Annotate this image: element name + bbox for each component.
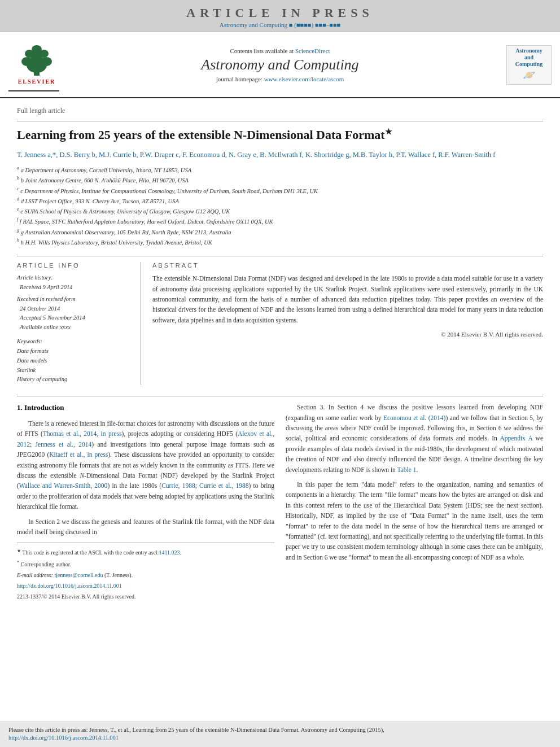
svg-point-2 bbox=[21, 57, 33, 66]
title-star: ★ bbox=[385, 128, 392, 136]
article-in-press-banner: ARTICLE IN PRESS Astronomy and Computing… bbox=[0, 0, 560, 32]
elsevier-label: ELSEVIER bbox=[18, 78, 56, 85]
section1-heading: 1. Introduction bbox=[17, 402, 274, 414]
text-reference: text bbox=[329, 533, 338, 540]
title-top-divider bbox=[17, 121, 543, 121]
ac-logo-title: AstronomyandComputing bbox=[515, 47, 542, 68]
body-divider bbox=[17, 396, 543, 396]
affiliation-d: d d LSST Project Office, 933 N. Cherry A… bbox=[17, 196, 543, 206]
received-date: Received 9 April 2014 bbox=[17, 283, 132, 292]
journal-name: Astronomy and Computing bbox=[65, 56, 495, 73]
elsevier-logo-area: ELSEVIER bbox=[8, 38, 59, 91]
body-content: 1. Introduction There is a renewed inter… bbox=[17, 402, 543, 603]
homepage-line: journal homepage: www.elsevier.com/locat… bbox=[65, 76, 495, 82]
body-right-col: Section 3. In Section 4 we discuss the p… bbox=[286, 402, 543, 603]
keyword-3: Starlink bbox=[17, 367, 36, 373]
abstract-col: ABSTRACT The extensible N-Dimensional Da… bbox=[152, 262, 543, 385]
kitaeff-ref: Kitaeff et al., in press bbox=[49, 451, 108, 458]
ascl-link[interactable]: 1411.023 bbox=[159, 550, 180, 556]
article-content: Full length article Learning from 25 yea… bbox=[0, 98, 560, 722]
wallace-ref: Wallace and Warren-Smith, 2000 bbox=[19, 482, 108, 489]
journal-right-logo: AstronomyandComputing 🪐 bbox=[501, 45, 552, 85]
affiliation-a: a a Department of Astronomy, Cornell Uni… bbox=[17, 165, 543, 175]
affiliation-c: c c Department of Physics, Institute for… bbox=[17, 186, 543, 196]
revised-date: 24 October 2014 bbox=[17, 304, 132, 314]
svg-point-7 bbox=[32, 45, 42, 53]
article-info-heading: ARTICLE INFO bbox=[17, 262, 132, 269]
revised-label: Received in revised form bbox=[17, 295, 132, 304]
currie88b-ref: Currie et al., 1988 bbox=[199, 482, 248, 489]
aip-journal-ref: Astronomy and Computing ■ (■■■■) ■■■–■■■ bbox=[0, 21, 560, 28]
meta-divider bbox=[17, 256, 543, 256]
journal-center: Contents lists available at ScienceDirec… bbox=[65, 47, 495, 82]
page-wrapper: ARTICLE IN PRESS Astronomy and Computing… bbox=[0, 0, 560, 747]
currie88-ref: Currie, 1988 bbox=[161, 482, 195, 489]
body-left-para2: In Section 2 we discuss the genesis and … bbox=[17, 517, 274, 538]
table1-ref: Table 1 bbox=[397, 466, 417, 473]
aip-title: ARTICLE IN PRESS bbox=[0, 6, 560, 20]
keyword-1: Data formats bbox=[17, 348, 49, 354]
article-type: Full length article bbox=[17, 107, 543, 115]
keyword-2: Data models bbox=[17, 357, 47, 364]
doi-link[interactable]: http://dx.doi.org/10.1016/j.ascom.2014.1… bbox=[17, 583, 122, 589]
citation-doi-link[interactable]: http://dx.doi.org/10.1016/j.ascom.2014.1… bbox=[8, 735, 119, 741]
footnote-email: E-mail address: tjenness@cornell.edu (T.… bbox=[17, 571, 274, 580]
email-link[interactable]: tjenness@cornell.edu bbox=[54, 572, 103, 578]
affiliations: a a Department of Astronomy, Cornell Uni… bbox=[17, 165, 543, 247]
economou-ref: Economou et al. (2014) bbox=[383, 414, 445, 421]
sciencedirect-link[interactable]: ScienceDirect bbox=[295, 47, 330, 54]
article-meta-row: ARTICLE INFO Article history: Received 9… bbox=[17, 262, 543, 385]
available-online: Available online xxxx bbox=[17, 323, 132, 333]
history-heading: Article history: bbox=[17, 273, 132, 283]
keywords-list: Data formats Data models Starlink Histor… bbox=[17, 347, 132, 385]
article-info-col: ARTICLE INFO Article history: Received 9… bbox=[17, 262, 141, 385]
svg-point-3 bbox=[41, 57, 52, 66]
journal-header: ELSEVIER Contents lists available at Sci… bbox=[0, 32, 560, 98]
keyword-4: History of computing bbox=[17, 376, 67, 382]
body-right-para1: Section 3. In Section 4 we discuss the p… bbox=[286, 402, 543, 475]
affiliation-b: b b Joint Astronomy Centre, 660 N. A'ohō… bbox=[17, 175, 543, 185]
affiliation-g: g g Australian Astronomical Observatory,… bbox=[17, 227, 543, 237]
footnotes: ★ This code is registered at the ASCL wi… bbox=[17, 543, 274, 601]
citation-bar: Please cite this article in press as: Je… bbox=[0, 722, 560, 747]
body-left-para1: There is a renewed interest in file-form… bbox=[17, 418, 274, 512]
footnote-issn: 2213-1337/© 2014 Elsevier B.V. All right… bbox=[17, 592, 274, 601]
abstract-heading: ABSTRACT bbox=[152, 262, 543, 269]
body-right-para2: In this paper the term "data model" refe… bbox=[286, 479, 543, 562]
article-history: Article history: Received 9 April 2014 R… bbox=[17, 273, 132, 333]
footnote-corr: * Corresponding author. bbox=[17, 560, 274, 569]
body-left-col: 1. Introduction There is a renewed inter… bbox=[17, 402, 274, 603]
ac-planet-icon: 🪐 bbox=[523, 69, 535, 81]
elsevier-tree-icon bbox=[17, 43, 56, 77]
jenness-ref: Jenness et al., 2014 bbox=[36, 441, 92, 448]
authors-line: T. Jenness a,*, D.S. Berry b, M.J. Curri… bbox=[17, 149, 543, 160]
abstract-copyright: © 2014 Elsevier B.V. All rights reserved… bbox=[152, 331, 543, 338]
accepted-date: Accepted 5 November 2014 bbox=[17, 313, 132, 323]
ac-logo-box: AstronomyandComputing 🪐 bbox=[506, 45, 552, 85]
homepage-link[interactable]: www.elsevier.com/locate/ascom bbox=[264, 76, 344, 82]
citation-text: Please cite this article in press as: Je… bbox=[8, 727, 552, 733]
thomas-ref: Thomas et al., 2014, in press bbox=[43, 430, 122, 437]
abstract-text: The extensible N-Dimensional Data Format… bbox=[152, 273, 543, 325]
citation-doi: http://dx.doi.org/10.1016/j.ascom.2014.1… bbox=[8, 735, 552, 741]
affiliation-e: e e SUPA School of Physics & Astronomy, … bbox=[17, 206, 543, 216]
contents-available-line: Contents lists available at ScienceDirec… bbox=[65, 47, 495, 54]
affiliation-h: h h H.H. Wills Physics Laboratory, Brist… bbox=[17, 237, 543, 247]
keywords-heading: Keywords: bbox=[17, 338, 132, 344]
article-title: Learning from 25 years of the extensible… bbox=[17, 127, 543, 143]
appendixA-ref: Appendix A bbox=[500, 435, 533, 442]
footnote-doi: http://dx.doi.org/10.1016/j.ascom.2014.1… bbox=[17, 582, 274, 591]
footnote-star: ★ This code is registered at the ASCL wi… bbox=[17, 548, 274, 557]
affiliation-f: f f RAL Space, STFC Rutherford Appleton … bbox=[17, 216, 543, 226]
